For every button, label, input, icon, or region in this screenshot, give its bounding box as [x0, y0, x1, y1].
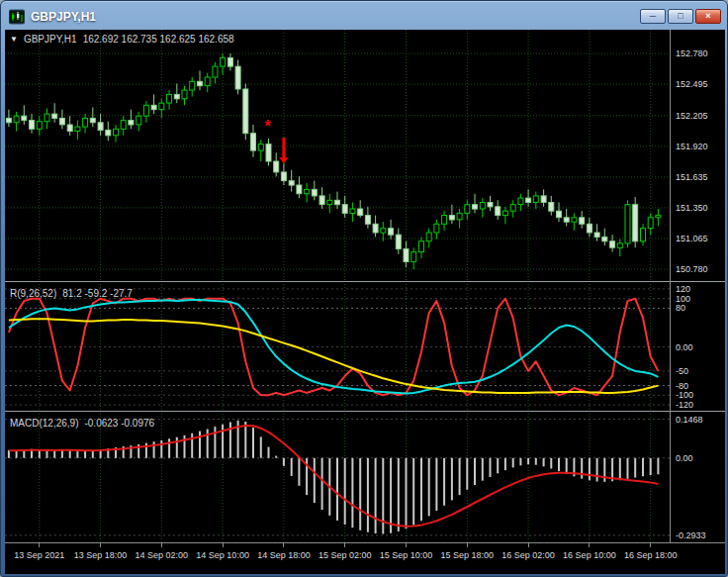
time-axis-label: 16 Sep 02:00 [501, 550, 555, 560]
candle [580, 218, 585, 225]
time-axis-label: 14 Sep 02:00 [136, 550, 189, 560]
chevron-down-icon[interactable]: ▼ [10, 35, 18, 44]
candle [67, 125, 72, 132]
price-axis-label: 152.205 [676, 111, 708, 121]
macd-histogram-bar [519, 458, 521, 466]
wpr-indicator-values: 81.2 -59.2 -27.7 [62, 288, 133, 299]
price-axis-label: 150.780 [676, 264, 708, 274]
price-axis-label: 151.065 [676, 234, 708, 243]
wpr-axis-label: -80 [676, 381, 688, 391]
time-axis-tick [39, 543, 40, 547]
price-axis[interactable]: 152.780152.495152.205151.920151.635151.3… [670, 30, 725, 542]
wpr-indicator-header: R(9,26,52) 81.2 -59.2 -27.7 [10, 288, 133, 299]
candle [594, 233, 599, 237]
candle [151, 105, 156, 109]
candle [114, 129, 119, 136]
sell-signal-arrowhead-icon [279, 157, 288, 163]
candle [457, 213, 462, 220]
candle [572, 218, 577, 222]
macd-histogram-bar [466, 458, 468, 490]
candle [228, 57, 232, 66]
candle [502, 211, 507, 215]
wpr-axis-label: -50 [676, 366, 688, 376]
candle [251, 134, 256, 150]
close-button[interactable]: × [695, 9, 721, 24]
candle [557, 211, 562, 218]
candle [465, 205, 470, 214]
macd-indicator-header: MACD(12,26,9) -0.0623 -0.0976 [10, 418, 154, 429]
macd-indicator-chart[interactable] [5, 414, 670, 542]
candle [365, 216, 370, 225]
macd-histogram-bar [283, 458, 285, 466]
macd-histogram-bar [69, 450, 71, 458]
candle [83, 118, 88, 127]
price-axis-label: 151.635 [676, 172, 708, 182]
sell-signal-star: * [265, 118, 272, 135]
wpr-axis-label: -120 [676, 400, 693, 410]
macd-histogram-bar [627, 458, 629, 479]
candle [182, 90, 187, 99]
candle [243, 89, 248, 134]
time-axis-label: 16 Sep 18:00 [624, 550, 678, 560]
time-axis-tick [650, 543, 651, 547]
candle [312, 189, 317, 196]
time-axis-tick [161, 543, 162, 547]
time-axis-label: 16 Sep 10:00 [563, 550, 616, 560]
macd-histogram-bar [558, 458, 560, 471]
candle [404, 248, 409, 261]
chart-symbol-label: GBPJPY,H1 [24, 34, 77, 45]
macd-histogram-bar [435, 458, 437, 511]
macd-histogram-bar [160, 440, 162, 458]
candle [289, 181, 294, 185]
macd-histogram-bar [16, 450, 18, 458]
chart-ohlc-header: ▼ GBPJPY,H1 162.692 162.735 162.625 162.… [10, 34, 234, 45]
candle [221, 57, 226, 66]
candle [59, 118, 64, 125]
candle [281, 172, 286, 181]
wpr-axis-label: 100 [676, 294, 690, 304]
macd-axis-label: 0.00 [676, 453, 693, 463]
candle [274, 161, 279, 172]
wpr-axis-label: 80 [676, 303, 685, 313]
candle [610, 241, 615, 248]
macd-histogram-bar [550, 458, 552, 469]
candle [129, 121, 134, 125]
window-titlebar[interactable]: GBPJPY,H1 ─ □ × [1, 1, 727, 30]
candlestick-chart[interactable]: * [5, 30, 670, 280]
candle [52, 114, 57, 118]
macd-histogram-bar [406, 458, 408, 529]
time-axis-tick [406, 543, 407, 547]
window-controls: ─ □ × [640, 9, 721, 24]
macd-histogram-bar [443, 458, 445, 506]
candle [174, 94, 179, 98]
candle [411, 252, 416, 262]
candle [235, 66, 240, 89]
macd-histogram-bar [291, 458, 293, 476]
macd-histogram-bar [459, 458, 461, 495]
time-axis[interactable]: 13 Sep 202113 Sep 18:0014 Sep 02:0014 Se… [5, 542, 725, 574]
candle [518, 198, 523, 205]
minimize-button[interactable]: ─ [640, 9, 666, 24]
window-title: GBPJPY,H1 [31, 10, 96, 24]
macd-histogram-bar [351, 458, 353, 528]
macd-histogram-bar [589, 458, 591, 481]
candle [396, 235, 401, 248]
candle [159, 103, 164, 110]
candle [648, 218, 653, 229]
candle [37, 122, 42, 130]
wpr-indicator-chart[interactable] [5, 284, 670, 410]
macd-histogram-bar [650, 458, 652, 475]
macd-histogram-bar [222, 425, 224, 458]
candle [297, 185, 302, 194]
macd-histogram-bar [321, 458, 323, 510]
candle [381, 229, 386, 233]
candle [549, 203, 554, 212]
wpr-axis-label: 0.00 [676, 342, 693, 352]
candle [121, 121, 126, 130]
candle [258, 144, 263, 151]
macd-indicator-panel: MACD(12,26,9) -0.0623 -0.0976 [5, 414, 670, 542]
macd-histogram-bar [619, 458, 621, 480]
candle [389, 229, 394, 236]
candle [496, 207, 500, 216]
maximize-button[interactable]: □ [668, 9, 693, 24]
